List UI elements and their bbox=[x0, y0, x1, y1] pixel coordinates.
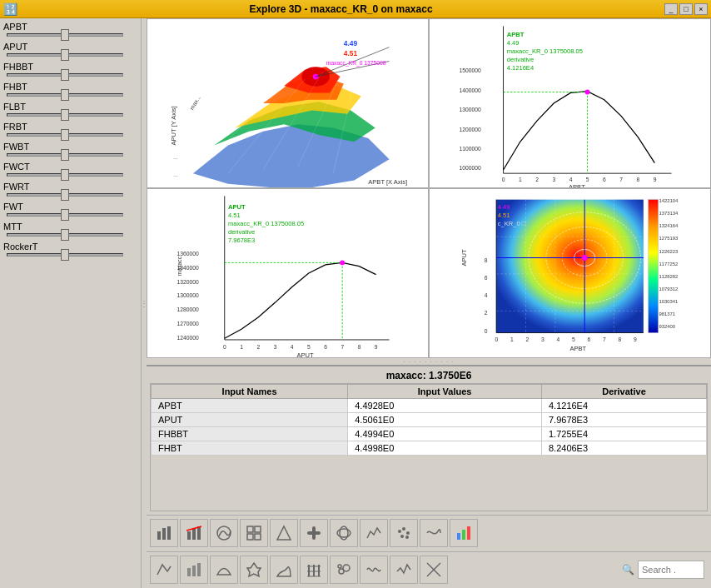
slider-track-fwbt[interactable] bbox=[7, 153, 123, 157]
slider-row-fwt: FWT bbox=[3, 202, 137, 217]
chart-btn-4[interactable] bbox=[240, 519, 268, 547]
svg-rect-137 bbox=[255, 534, 261, 540]
chart-btn-row2-3[interactable] bbox=[210, 556, 238, 584]
chart-tl-maxacc-val: maxacc_KR_0 1375008 bbox=[326, 60, 386, 67]
slider-track-fwt[interactable] bbox=[7, 213, 123, 217]
toolbar-row1 bbox=[147, 516, 711, 552]
titlebar: 🔢 Explore 3D - maxacc_KR_0 on maxacc _ □… bbox=[0, 0, 711, 18]
svg-text:1030341: 1030341 bbox=[659, 299, 678, 304]
slider-row-fwbt: FWBT bbox=[3, 142, 137, 157]
svg-rect-140 bbox=[312, 526, 316, 540]
surface-chart-svg: APBT [X Axis] APUT [Y Axis] max... 4.49 … bbox=[147, 19, 428, 187]
svg-rect-135 bbox=[255, 526, 261, 532]
svg-marker-154 bbox=[247, 563, 261, 576]
svg-text:981371: 981371 bbox=[659, 311, 675, 316]
slider-label-frbt: FRBT bbox=[3, 122, 137, 132]
chart-btn-row2-6[interactable] bbox=[300, 556, 328, 584]
search-input[interactable] bbox=[638, 561, 704, 579]
slider-thumb-fhbt[interactable] bbox=[61, 89, 69, 101]
svg-rect-129 bbox=[187, 531, 191, 540]
svg-text:7: 7 bbox=[603, 336, 606, 342]
slider-track-fwrt[interactable] bbox=[7, 193, 123, 197]
svg-text:APUT: APUT bbox=[296, 351, 314, 357]
slider-track-apbt[interactable] bbox=[7, 33, 123, 37]
slider-track-fhbt[interactable] bbox=[7, 93, 123, 97]
svg-text:6: 6 bbox=[485, 275, 488, 281]
svg-text:4.51: 4.51 bbox=[498, 212, 510, 219]
close-button[interactable]: × bbox=[694, 3, 708, 15]
chart-btn-11[interactable] bbox=[450, 519, 478, 547]
svg-point-143 bbox=[398, 530, 401, 533]
svg-text:8: 8 bbox=[636, 177, 639, 182]
table-row: FHBT4.4998E08.2406E3 bbox=[152, 441, 707, 456]
slider-track-aput[interactable] bbox=[7, 53, 123, 57]
slider-track-frbt[interactable] bbox=[7, 133, 123, 137]
chart-btn-row2-8[interactable] bbox=[360, 556, 388, 584]
chart-btn-row2-7[interactable] bbox=[330, 556, 358, 584]
chart-btn-row2-2[interactable] bbox=[180, 556, 208, 584]
col-derivative: Derivative bbox=[541, 385, 706, 399]
slider-thumb-apbt[interactable] bbox=[61, 29, 69, 41]
svg-point-146 bbox=[400, 535, 404, 538]
chart-btn-row2-9[interactable] bbox=[390, 556, 418, 584]
chart-btn-7[interactable] bbox=[330, 519, 358, 547]
slider-thumb-aput[interactable] bbox=[61, 49, 69, 61]
chart-btn-2[interactable] bbox=[180, 519, 208, 547]
slider-thumb-fwbt[interactable] bbox=[61, 149, 69, 161]
svg-rect-149 bbox=[462, 530, 465, 540]
maximize-button[interactable]: □ bbox=[679, 3, 693, 15]
table-row: FHBBT4.4994E01.7255E4 bbox=[152, 427, 707, 441]
table-scroll-area[interactable]: Input Names Input Values Derivative APBT… bbox=[150, 383, 708, 511]
chart-btn-8[interactable] bbox=[360, 519, 388, 547]
chart-btn-5[interactable] bbox=[270, 519, 298, 547]
svg-rect-136 bbox=[247, 534, 253, 540]
svg-text:1000000: 1000000 bbox=[460, 165, 481, 171]
svg-point-12 bbox=[313, 74, 319, 80]
slider-thumb-mtt[interactable] bbox=[61, 229, 69, 241]
svg-text:APBT: APBT bbox=[569, 183, 585, 187]
slider-thumb-fhbbt[interactable] bbox=[61, 69, 69, 81]
svg-text:1240000: 1240000 bbox=[177, 335, 199, 341]
svg-text:8: 8 bbox=[358, 344, 361, 350]
svg-text:6: 6 bbox=[603, 177, 606, 182]
svg-text:1226223: 1226223 bbox=[659, 249, 679, 254]
slider-thumb-flbt[interactable] bbox=[61, 109, 69, 121]
svg-text:4.49: 4.49 bbox=[507, 39, 520, 47]
slider-track-fwct[interactable] bbox=[7, 173, 123, 177]
slider-row-mtt: MTT bbox=[3, 222, 137, 237]
slider-thumb-fwt[interactable] bbox=[61, 209, 69, 221]
chart-btn-row2-1[interactable] bbox=[150, 556, 178, 584]
table-cell-value: 4.4928E0 bbox=[348, 399, 542, 413]
svg-rect-127 bbox=[162, 528, 166, 540]
table-cell-deriv: 1.7255E4 bbox=[541, 427, 706, 441]
slider-thumb-frbt[interactable] bbox=[61, 129, 69, 141]
chart-btn-9[interactable] bbox=[390, 519, 418, 547]
slider-track-flbt[interactable] bbox=[7, 113, 123, 117]
chart-btn-10[interactable] bbox=[420, 519, 448, 547]
slider-thumb-fwrt[interactable] bbox=[61, 189, 69, 201]
svg-text:1300000: 1300000 bbox=[460, 107, 481, 112]
slider-row-fhbt: FHBT bbox=[3, 82, 137, 97]
chart-btn-row2-5[interactable] bbox=[270, 556, 298, 584]
svg-text:4: 4 bbox=[485, 292, 488, 298]
svg-text:5: 5 bbox=[586, 177, 589, 182]
slider-thumb-rockert[interactable] bbox=[61, 249, 69, 261]
table-header-row: Input Names Input Values Derivative bbox=[152, 385, 707, 399]
slider-track-fhbbt[interactable] bbox=[7, 73, 123, 77]
chart-btn-row2-4[interactable] bbox=[240, 556, 268, 584]
svg-text:3: 3 bbox=[552, 177, 555, 182]
svg-text:3: 3 bbox=[541, 336, 544, 342]
chart-btn-row2-10[interactable] bbox=[420, 556, 448, 584]
chart-btn-3[interactable] bbox=[210, 519, 238, 547]
chart-btn-1[interactable] bbox=[150, 519, 178, 547]
slider-track-mtt[interactable] bbox=[7, 233, 123, 237]
data-table: Input Names Input Values Derivative APBT… bbox=[151, 384, 707, 456]
chart-table-resize-handle[interactable] bbox=[147, 358, 711, 365]
minimize-button[interactable]: _ bbox=[664, 3, 678, 15]
svg-text:2: 2 bbox=[525, 336, 529, 342]
svg-text:derivative: derivative bbox=[507, 56, 534, 63]
window-controls: _ □ × bbox=[664, 3, 708, 15]
chart-btn-6[interactable] bbox=[300, 519, 328, 547]
slider-thumb-fwct[interactable] bbox=[61, 169, 69, 181]
slider-track-rockert[interactable] bbox=[7, 253, 123, 257]
